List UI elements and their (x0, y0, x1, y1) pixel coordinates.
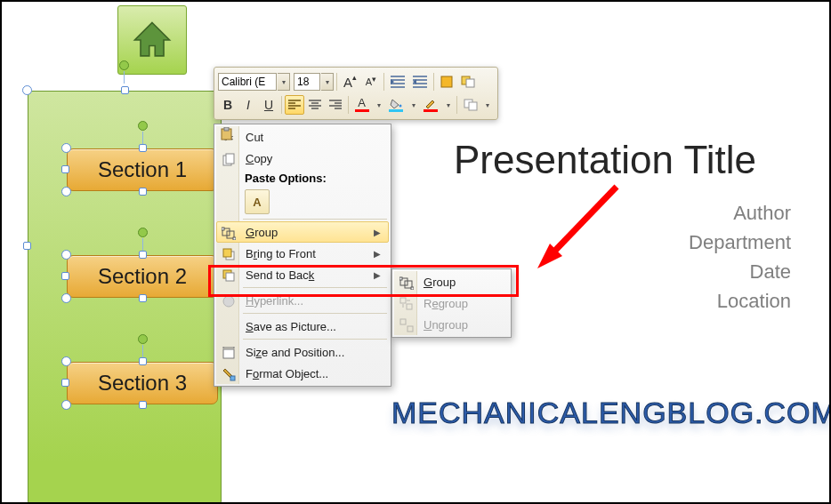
svg-rect-2 (466, 79, 474, 87)
font-name-dropdown[interactable]: ▾ (278, 73, 290, 91)
menu-save-as-picture[interactable]: Save as Picture... (216, 316, 389, 337)
menu-hyperlink: Hyperlink... (216, 290, 389, 311)
rotation-handle[interactable] (119, 60, 129, 70)
section-2-shape[interactable]: Section 2 (67, 255, 218, 298)
svg-rect-0 (441, 76, 452, 87)
shape-fill-dropdown[interactable]: ▾ (407, 96, 419, 114)
menu-format-object[interactable]: Format Object... (216, 363, 389, 384)
slide-subtitle-placeholder[interactable]: Author Department Date Location (689, 198, 791, 316)
section-1-shape[interactable]: Section 1 (67, 148, 218, 191)
font-color-button[interactable]: A (351, 95, 372, 115)
shape-outline-button[interactable] (420, 95, 440, 115)
section-3-handle-nw[interactable] (61, 356, 71, 366)
separator (348, 96, 349, 114)
svg-point-3 (399, 104, 402, 107)
meta-author: Author (689, 198, 791, 228)
section-2-rot-line (142, 238, 143, 251)
submenu-group[interactable]: Group (394, 271, 509, 292)
section-2-handle-w[interactable] (61, 272, 69, 280)
svg-rect-28 (407, 326, 413, 332)
section-1-handle-n[interactable] (139, 144, 147, 152)
separator (433, 73, 434, 91)
section-3-rotation[interactable] (138, 334, 148, 344)
arrange-dropdown[interactable]: ▾ (482, 96, 494, 114)
paste-options-label: Paste Options: (216, 169, 389, 187)
align-right-button[interactable] (326, 95, 345, 115)
menu-copy[interactable]: Copy (216, 148, 389, 169)
section-2-handle-s[interactable] (139, 294, 147, 302)
grow-font-button[interactable]: A▴ (340, 72, 360, 92)
svg-rect-15 (223, 249, 231, 257)
svg-rect-5 (469, 102, 477, 110)
menu-size-position[interactable]: Size and Position... (216, 341, 389, 363)
section-2-rotation[interactable] (138, 228, 148, 237)
menu-cut[interactable]: ✂ Cut (216, 126, 389, 148)
svg-rect-26 (407, 304, 412, 309)
shrink-font-button[interactable]: A▾ (361, 72, 381, 92)
resize-handle-w[interactable] (23, 242, 31, 250)
font-name-combo[interactable]: Calibri (E (218, 73, 277, 91)
font-size-combo[interactable]: 18 (294, 73, 320, 91)
paste-keep-formatting[interactable]: A (245, 189, 270, 214)
hyperlink-icon (221, 293, 237, 309)
send-back-icon (221, 268, 237, 284)
menu-group[interactable]: Group ▶ (216, 221, 389, 243)
regroup-icon (399, 296, 415, 312)
svg-rect-7 (226, 154, 234, 164)
submenu-arrow-icon: ▶ (374, 270, 381, 280)
align-center-icon (309, 100, 321, 110)
decrease-indent-button[interactable] (387, 72, 408, 92)
submenu-regroup: Regroup (394, 292, 509, 314)
home-icon (129, 17, 175, 63)
bucket-icon (390, 99, 402, 108)
svg-point-18 (223, 296, 234, 307)
annotation-arrow (532, 176, 630, 274)
section-3-handle-w[interactable] (61, 379, 69, 387)
separator (281, 96, 282, 114)
group-icon (399, 275, 415, 291)
align-left-button[interactable] (285, 95, 304, 115)
ungroup-icon (399, 317, 415, 333)
underline-button[interactable]: U (259, 95, 278, 115)
font-color-dropdown[interactable]: ▾ (373, 96, 384, 114)
italic-button[interactable]: I (238, 95, 258, 115)
section-1-handle-nw[interactable] (61, 143, 71, 153)
arrange-button[interactable] (457, 72, 479, 92)
shape-outline-dropdown[interactable]: ▾ (442, 96, 454, 114)
section-1-handle-s[interactable] (139, 188, 147, 196)
resize-handle-n[interactable] (121, 86, 129, 94)
section-1-label: Section 1 (98, 157, 187, 182)
section-1-handle-w[interactable] (61, 165, 69, 173)
svg-rect-17 (226, 273, 234, 281)
menu-bring-to-front[interactable]: Bring to Front ▶ (216, 243, 389, 264)
section-1-handle-sw[interactable] (61, 187, 71, 196)
shape-fill-button[interactable] (437, 72, 456, 92)
font-size-dropdown[interactable]: ▾ (321, 73, 334, 91)
arrange-icon (461, 76, 475, 88)
group-submenu: Group Regroup Ungroup (391, 268, 512, 338)
section-2-handle-nw[interactable] (61, 250, 71, 260)
section-3-handle-s[interactable] (139, 401, 147, 409)
increase-indent-button[interactable] (409, 72, 431, 92)
section-3-shape[interactable]: Section 3 (67, 362, 218, 404)
align-left-icon (288, 100, 301, 110)
section-1-rotation[interactable] (138, 121, 148, 131)
submenu-arrow-icon: ▶ (374, 249, 381, 259)
bold-button[interactable]: B (218, 95, 238, 115)
bring-front-icon (221, 246, 237, 262)
separator (336, 73, 337, 91)
section-2-handle-sw[interactable] (61, 293, 71, 303)
svg-rect-20 (230, 376, 235, 380)
align-center-button[interactable] (305, 95, 325, 115)
section-3-label: Section 3 (98, 371, 187, 396)
selected-shapes-group[interactable]: Section 1 Section 2 Section 3 (28, 91, 222, 504)
section-3-handle-n[interactable] (139, 357, 147, 365)
section-3-handle-sw[interactable] (61, 400, 71, 410)
slide-title-placeholder[interactable]: Presentation Title (454, 138, 756, 182)
shape-fill-color-button[interactable] (386, 95, 407, 115)
menu-send-to-back[interactable]: Send to Back ▶ (216, 264, 389, 285)
resize-handle-nw[interactable] (22, 85, 32, 95)
menu-separator (243, 287, 387, 288)
arrange-split-button[interactable] (460, 95, 480, 115)
section-2-handle-n[interactable] (139, 251, 147, 259)
